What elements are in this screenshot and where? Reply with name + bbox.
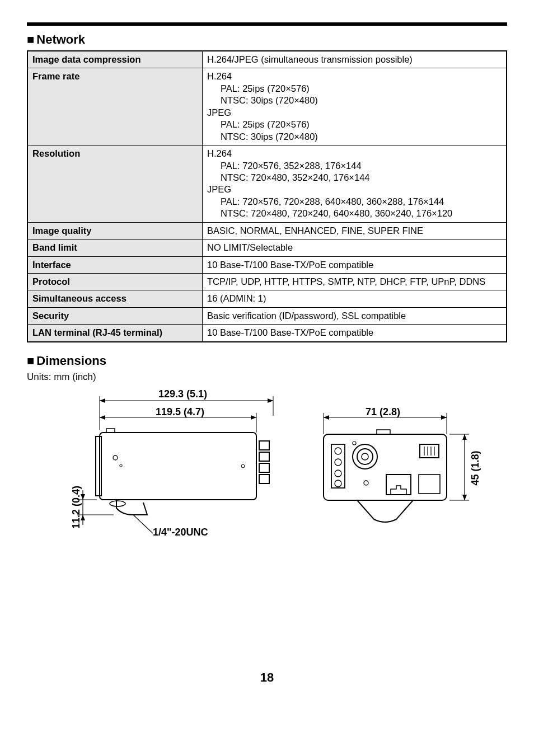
row-label: Image quality [27, 222, 203, 239]
svg-rect-18 [259, 475, 269, 483]
row-label: Image data compression [27, 51, 203, 68]
row-value: Basic verification (ID/password), SSL co… [203, 307, 507, 324]
svg-marker-53 [462, 434, 467, 440]
units-note: Units: mm (inch) [27, 372, 507, 383]
svg-point-12 [113, 456, 118, 460]
svg-point-34 [357, 449, 373, 464]
row-value: 16 (ADMIN: 1) [203, 290, 507, 307]
row-value: H.264 PAL: 720×576, 352×288, 176×144 NTS… [203, 145, 507, 223]
row-value: 10 Base-T/100 Base-TX/PoE compatible [203, 256, 507, 273]
dimensions-diagram: 129.3 (5.1) 119.5 (4.7) 71 (2.8) 45 (1.8… [66, 391, 525, 581]
dim-height-side: 45 (1.8) [470, 450, 481, 485]
svg-marker-29 [324, 415, 329, 420]
svg-point-40 [335, 480, 341, 487]
svg-rect-32 [377, 430, 390, 434]
row-value: H.264 PAL: 25ips (720×576) NTSC: 30ips (… [203, 68, 507, 145]
page-number: 18 [27, 670, 507, 685]
section-marker-dimensions: ■ [27, 354, 34, 368]
row-label: Resolution [27, 145, 203, 223]
svg-point-35 [362, 453, 368, 460]
svg-rect-49 [419, 475, 440, 494]
row-value: TCP/IP, UDP, HTTP, HTTPS, SMTP, NTP, DHC… [203, 274, 507, 290]
row-value: BASIC, NORMAL, ENHANCED, FINE, SUPER FIN… [203, 222, 507, 239]
dim-depth: 71 (2.8) [366, 406, 400, 418]
svg-rect-9 [100, 433, 256, 500]
svg-rect-15 [259, 441, 269, 450]
dim-width-inner: 119.5 (4.7) [156, 406, 204, 418]
svg-marker-54 [462, 495, 467, 500]
dim-height-bottom: 11.2 (0.4) [71, 486, 82, 529]
svg-point-33 [353, 444, 377, 469]
row-value: 10 Base-T/100 Base-TX/PoE compatible [203, 325, 507, 342]
section-marker-network: ■ [27, 32, 34, 47]
dim-width-outer: 129.3 (5.1) [158, 388, 207, 400]
row-label: LAN terminal (RJ-45 terminal) [27, 325, 203, 342]
row-label: Simultaneous access [27, 290, 203, 307]
network-heading: Network [36, 32, 85, 46]
row-value: H.264/JPEG (simultaneous transmission po… [203, 51, 507, 68]
network-spec-table: Image data compression H.264/JPEG (simul… [27, 50, 507, 342]
svg-marker-30 [441, 415, 447, 420]
svg-marker-7 [100, 415, 105, 420]
svg-point-14 [241, 464, 245, 468]
svg-rect-41 [420, 444, 439, 458]
row-label: Security [27, 307, 203, 324]
row-label: Protocol [27, 274, 203, 290]
dimensions-svg [66, 391, 525, 581]
svg-marker-3 [100, 398, 105, 403]
svg-marker-8 [251, 415, 256, 420]
svg-marker-4 [268, 398, 273, 403]
row-label: Interface [27, 256, 203, 273]
svg-point-13 [120, 464, 122, 467]
dimensions-heading: Dimensions [36, 354, 106, 368]
svg-point-37 [335, 448, 341, 454]
svg-point-39 [335, 470, 341, 477]
svg-line-20 [133, 515, 153, 533]
row-label: Frame rate [27, 68, 203, 145]
svg-rect-46 [386, 475, 411, 495]
svg-rect-36 [331, 444, 345, 488]
dim-thread: 1/4"-20UNC [153, 527, 208, 538]
row-value: NO LIMIT/Selectable [203, 240, 507, 256]
svg-rect-11 [106, 429, 115, 433]
svg-rect-10 [96, 436, 101, 496]
svg-rect-17 [259, 463, 269, 472]
svg-point-38 [335, 459, 341, 466]
svg-rect-16 [259, 452, 269, 461]
svg-point-19 [110, 501, 125, 506]
row-label: Band limit [27, 240, 203, 256]
svg-point-48 [353, 442, 356, 445]
svg-point-47 [364, 481, 368, 485]
